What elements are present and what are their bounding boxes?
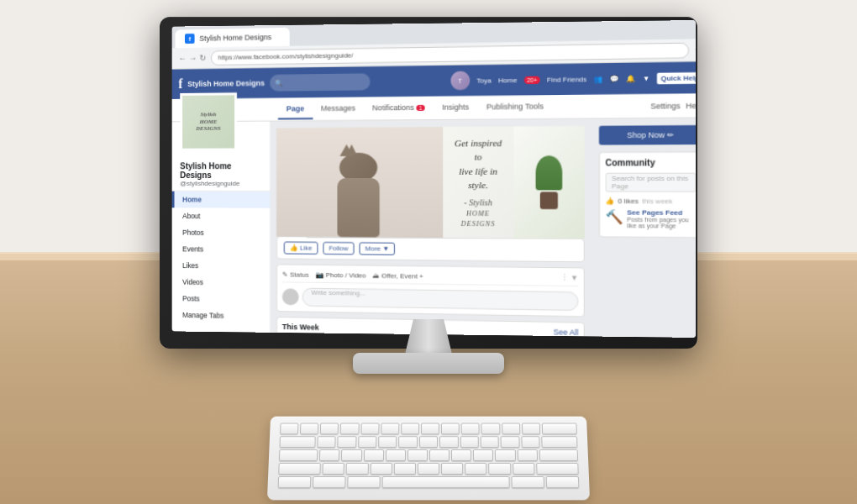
key (465, 463, 486, 475)
keyboard-row-2 (276, 436, 581, 448)
follow-button[interactable]: Follow (323, 242, 354, 255)
like-button[interactable]: 👍 Like (284, 242, 318, 255)
post-input-row: Write something... (282, 287, 579, 311)
page-display-name: Stylish Home Designs (180, 161, 263, 180)
post-creation-box: ✎ Status 📷 Photo / Video ⛰ Offer, Event … (276, 264, 585, 317)
more-button[interactable]: More ▼ (360, 242, 396, 255)
pages-feed-description: Posts from pages you like as your Page (627, 217, 696, 229)
community-title: Community (605, 158, 696, 168)
sidebar-item-manage-tabs[interactable]: Manage Tabs (172, 307, 270, 325)
like-follow-bar: 👍 Like Follow More ▼ (276, 237, 585, 263)
key-caps (279, 449, 318, 461)
fb-main-content: Stylish HOME DESIGNS Stylish Home Design… (172, 118, 696, 338)
sidebar-item-home[interactable]: Home (172, 192, 270, 208)
key-space (382, 476, 510, 488)
tab-page[interactable]: Page (278, 99, 313, 119)
messenger-icon[interactable]: 💬 (610, 75, 619, 82)
key (502, 423, 520, 435)
sidebar-item-likes[interactable]: Likes (172, 257, 270, 275)
post-user-avatar (282, 288, 299, 305)
fb-center-content: Get inspired to live life in style. - St… (270, 119, 591, 338)
key (421, 423, 439, 435)
key (521, 436, 540, 448)
monitor-screen: f Stylish Home Designs ← → ↻ https://www… (172, 20, 696, 338)
key (363, 449, 383, 461)
key-backspace (542, 423, 577, 435)
tab-publishing-tools[interactable]: Publishing Tools (478, 97, 553, 118)
likes-count-row: 👍 0 likes this week (605, 197, 696, 206)
user-name[interactable]: Toya (476, 76, 492, 84)
community-search-input[interactable]: Search for posts on this Page (605, 173, 696, 192)
key (370, 463, 392, 475)
keyboard (267, 417, 590, 501)
post-text-input[interactable]: Write something... (302, 288, 579, 311)
tab-favicon: f (185, 34, 195, 44)
key (441, 423, 460, 435)
key (439, 436, 458, 448)
key (346, 463, 368, 475)
key (481, 423, 500, 435)
post-tab-photo[interactable]: 📷 Photo / Video (315, 270, 365, 280)
settings-icon[interactable]: ▼ (643, 74, 650, 81)
sidebar-item-about[interactable]: About (172, 207, 270, 224)
see-all-link[interactable]: See All (554, 328, 579, 337)
cover-photo: Get inspired to live life in style. - St… (276, 126, 585, 239)
tab-messages[interactable]: Messages (313, 98, 364, 119)
key-return (539, 449, 578, 461)
reload-icon[interactable]: ↻ (199, 53, 206, 62)
bookmark-icon[interactable]: ★ (695, 45, 696, 55)
post-tab-status[interactable]: ✎ Status (282, 270, 309, 278)
help-tab[interactable]: Help (686, 101, 696, 110)
key (323, 463, 345, 475)
notifications-icon[interactable]: 🔔 (626, 75, 635, 82)
key (394, 463, 416, 475)
key (419, 436, 438, 448)
fb-search-box[interactable]: 🔍 (270, 73, 371, 92)
plant-decoration (536, 155, 563, 209)
key (488, 463, 510, 475)
key-option-right (511, 476, 544, 488)
sidebar-item-videos[interactable]: Videos (172, 274, 270, 291)
sidebar-item-photos[interactable]: Photos (172, 224, 270, 242)
notifications-badge[interactable]: 20+ (524, 76, 540, 83)
fb-left-sidebar: Stylish HOME DESIGNS Stylish Home Design… (172, 121, 270, 334)
find-friends-link[interactable]: Find Friends (547, 75, 586, 83)
cover-plant-area (513, 126, 585, 239)
likes-period: this week (642, 197, 672, 205)
forward-icon[interactable]: → (189, 54, 197, 63)
cover-cat-area (276, 127, 443, 238)
key (473, 449, 493, 461)
tab-notifications[interactable]: Notifications 1 (364, 97, 434, 118)
brand-line1: - Stylish (451, 196, 504, 208)
back-icon[interactable]: ← (178, 54, 187, 63)
post-options-icon[interactable]: ⋮ ▼ (560, 273, 579, 282)
sidebar-item-posts[interactable]: Posts (172, 290, 270, 308)
key (341, 449, 361, 461)
key (337, 436, 356, 448)
home-link[interactable]: Home (498, 76, 517, 83)
tab-insights[interactable]: Insights (434, 97, 478, 118)
pages-feed-row: 🔨 See Pages Feed Posts from pages you li… (605, 208, 696, 229)
active-browser-tab[interactable]: f Stylish Home Designs (175, 28, 289, 48)
shop-now-button[interactable]: Shop Now ✏ (599, 125, 696, 145)
fb-tab-right-actions: Settings Help (650, 101, 696, 110)
keyboard-row-3 (276, 449, 581, 461)
key (319, 449, 339, 461)
key (320, 423, 339, 435)
user-avatar: T (450, 71, 470, 91)
community-section: Community Search for posts on this Page … (599, 151, 696, 238)
url-text: https://www.facebook.com/stylishdesigngu… (218, 51, 354, 61)
monitor-bezel: f Stylish Home Designs ← → ↻ https://www… (160, 17, 697, 349)
post-tab-offer[interactable]: ⛰ Offer, Event + (373, 271, 423, 281)
fb-right-sidebar: Shop Now ✏ Community Search for posts on… (591, 118, 696, 338)
pages-feed-link[interactable]: See Pages Feed (627, 208, 696, 217)
keyboard-row-4 (275, 463, 582, 475)
key (358, 436, 377, 448)
key (401, 423, 419, 435)
key-option (347, 476, 381, 488)
key (360, 423, 379, 435)
sidebar-item-events[interactable]: Events (172, 240, 270, 258)
settings-tab[interactable]: Settings (650, 101, 680, 110)
stat-2: 0 (294, 334, 297, 338)
quick-help-button[interactable]: Quick Help (657, 71, 696, 83)
